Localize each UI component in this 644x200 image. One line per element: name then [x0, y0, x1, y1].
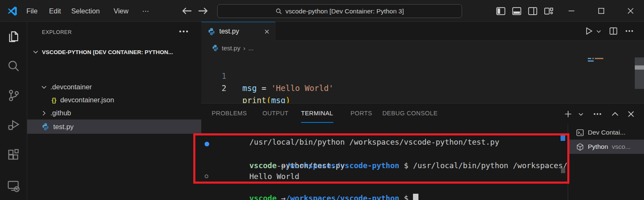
run-and-debug-icon[interactable] — [7, 118, 20, 131]
json-file-icon: {} — [52, 96, 57, 104]
terminal-launch-chevron-icon[interactable] — [578, 111, 584, 117]
maximize-panel-icon[interactable] — [610, 109, 620, 119]
breadcrumb-separator-icon: › — [243, 44, 245, 52]
python-file-icon — [42, 123, 49, 131]
menu-view[interactable]: View — [108, 0, 134, 22]
explorer-icon[interactable] — [7, 30, 20, 43]
maximize-button[interactable] — [597, 7, 605, 15]
extensions-icon[interactable] — [7, 148, 20, 161]
line-number: 2 — [201, 82, 226, 94]
bottom-panel: PROBLEMS OUTPUT TERMINAL PORTS DEBUG CON… — [201, 103, 644, 200]
command-decoration-icon[interactable] — [205, 174, 208, 178]
breadcrumb: test.py › ... — [201, 41, 644, 55]
toggle-panel-icon[interactable] — [512, 6, 522, 16]
panel-more-actions-icon[interactable] — [593, 109, 602, 119]
tree-item-devcontainer-json[interactable]: {} devcontainer.json — [27, 94, 201, 106]
python-file-icon — [208, 28, 216, 36]
terminal-tab-label: Python — [588, 143, 608, 151]
toggle-secondary-sidebar-icon[interactable] — [528, 6, 538, 16]
terminal-history-line: /usr/local/bin/python /workspaces/vscode… — [204, 126, 499, 137]
back-arrow-icon[interactable] — [181, 5, 193, 17]
run-python-file-icon[interactable] — [584, 26, 593, 36]
menu-more-icon[interactable]: ⋯ — [137, 0, 155, 22]
workspace-section-header[interactable]: VSCODE-PYTHON [DEV CONTAINER: PYTHON... — [27, 45, 201, 59]
terminal-tab-detail: vsco... — [612, 143, 631, 151]
tab-test-py[interactable]: test.py — [201, 22, 275, 41]
remote-explorer-icon[interactable] — [7, 179, 20, 192]
tree-item-label: .github — [50, 109, 71, 117]
terminal-prompt-line-1: vscode →/workspaces/vscode-python $ /usr… — [204, 138, 567, 149]
tab-label: test.py — [219, 28, 260, 35]
code-line-2: 2 print(msg) — [201, 70, 644, 82]
tab-output[interactable]: OUTPUT — [262, 104, 288, 123]
editor-scrollbar[interactable] — [635, 57, 644, 89]
title-bar: File Edit Selection View ⋯ vscode-python… — [0, 0, 644, 22]
terminal-icon — [576, 129, 584, 137]
terminal-list-sash[interactable] — [568, 125, 568, 200]
terminal-cursor — [413, 194, 418, 200]
vscode-logo-icon — [7, 5, 18, 17]
search-icon — [275, 8, 282, 15]
editor-more-actions-icon[interactable] — [625, 26, 634, 36]
terminal-tabs-list: Dev Contai... Python vsco... — [569, 125, 644, 200]
activity-bar — [0, 22, 27, 200]
terminal-tab-label: Dev Contai... — [588, 129, 626, 136]
command-center-search[interactable]: vscode-python [Dev Container: Python 3] — [217, 4, 462, 18]
tree-item-github-folder[interactable]: .github — [27, 106, 201, 119]
run-dropdown-chevron-icon[interactable] — [596, 29, 602, 34]
minimize-button[interactable] — [567, 7, 576, 15]
tree-item-label: .devcontainer — [50, 83, 92, 91]
explorer-title: EXPLORER — [42, 29, 72, 35]
terminal-scrollbar-thumb[interactable] — [561, 168, 565, 173]
tab-problems[interactable]: PROBLEMS — [212, 104, 247, 123]
explorer-more-actions-icon[interactable] — [178, 26, 189, 37]
python-file-icon — [212, 44, 219, 52]
toggle-sidebar-icon[interactable] — [496, 6, 506, 16]
chevron-down-icon — [32, 49, 39, 55]
tree-item-test-py[interactable]: test.py — [27, 119, 201, 134]
code-line-1: 1 msg = 'Hello World' — [201, 58, 644, 70]
code-editor[interactable]: 1 msg = 'Hello World' 2 print(msg) — [201, 55, 644, 103]
tab-ports[interactable]: PORTS — [351, 104, 372, 123]
menu-file[interactable]: File — [21, 0, 43, 22]
terminal-prompt-line-2: vscode →/workspaces/vscode-python $ — [204, 171, 418, 182]
breadcrumb-symbol[interactable]: ... — [248, 44, 254, 52]
chevron-right-icon — [41, 110, 47, 117]
command-center-label: vscode-python [Dev Container: Python 3] — [286, 8, 404, 15]
forward-arrow-icon[interactable] — [197, 5, 209, 17]
terminal-overview-mark — [561, 135, 565, 141]
terminal-tab-python[interactable]: Python vsco... — [569, 140, 644, 154]
tree-item-label: devcontainer.json — [60, 96, 114, 104]
tab-close-icon[interactable] — [264, 29, 270, 35]
tree-item-label: test.py — [53, 123, 74, 131]
minimap[interactable] — [587, 57, 625, 63]
terminal-tab-dev-container[interactable]: Dev Contai... — [569, 125, 644, 140]
breadcrumb-file[interactable]: test.py — [222, 44, 240, 52]
command-decoration-icon[interactable] — [205, 142, 209, 146]
menu-edit[interactable]: Edit — [44, 0, 66, 22]
close-panel-icon[interactable] — [626, 109, 636, 119]
editor-scrollbar-thumb[interactable] — [635, 65, 644, 70]
terminal-command-wrap-line: vscode-python/test.py — [204, 149, 345, 160]
python-terminal-cube-icon — [576, 143, 584, 151]
tab-debug-console[interactable]: DEBUG CONSOLE — [382, 104, 438, 123]
terminal-output-line: Hello World — [204, 160, 299, 171]
vscode-window: File Edit Selection View ⋯ vscode-python… — [0, 0, 644, 200]
editor-tab-bar: test.py — [201, 22, 644, 41]
split-editor-icon[interactable] — [609, 26, 618, 36]
tab-terminal[interactable]: TERMINAL — [301, 104, 333, 123]
customize-layout-icon[interactable] — [544, 6, 553, 16]
search-view-icon[interactable] — [7, 60, 20, 73]
new-terminal-icon[interactable] — [564, 109, 573, 119]
chevron-down-icon — [41, 84, 47, 91]
workspace-section-label: VSCODE-PYTHON [DEV CONTAINER: PYTHON... — [42, 49, 173, 55]
source-control-icon[interactable] — [7, 89, 20, 102]
terminal-viewport[interactable]: /usr/local/bin/python /workspaces/vscode… — [204, 125, 565, 200]
close-window-button[interactable] — [626, 7, 635, 15]
explorer-sidebar: EXPLORER VSCODE-PYTHON [DEV CONTAINER: P… — [27, 22, 201, 200]
tree-item-devcontainer-folder[interactable]: .devcontainer — [27, 81, 201, 94]
menu-selection[interactable]: Selection — [66, 0, 105, 22]
